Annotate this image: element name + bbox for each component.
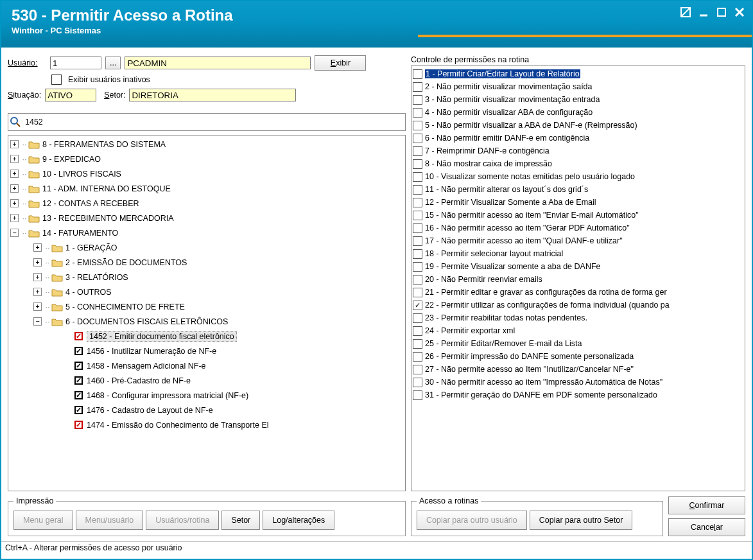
expand-icon[interactable]: +: [33, 302, 42, 311]
expand-icon[interactable]: +: [33, 258, 42, 267]
permission-item[interactable]: 4 - Não permitir visualizar ABA de confi…: [413, 106, 743, 119]
expand-icon[interactable]: +: [10, 170, 19, 178]
permission-item[interactable]: 12 - Permitir Visualizar Somente a Aba d…: [413, 196, 743, 209]
routine-checkbox[interactable]: ✓: [74, 362, 83, 370]
permission-item[interactable]: 15 - Não permitir acesso ao item "Enviar…: [413, 209, 743, 222]
permission-checkbox[interactable]: [413, 159, 422, 169]
user-lookup-button[interactable]: ...: [105, 57, 121, 69]
permission-item[interactable]: 16 - Não permitir acesso ao item "Gerar …: [413, 222, 743, 234]
permission-item[interactable]: 19 - Permite Visualizar somente a aba de…: [413, 260, 743, 273]
permission-item[interactable]: 20 - Não Permitir reenviar emails: [413, 273, 743, 286]
permission-item[interactable]: 8 - Não mostrar caixa de impressão: [413, 157, 743, 170]
routine-checkbox[interactable]: ✓: [74, 406, 83, 414]
permission-item[interactable]: 31 - Permitir geração do DANFE em PDF so…: [413, 389, 743, 401]
close-icon[interactable]: [734, 6, 745, 18]
permission-checkbox[interactable]: [413, 95, 422, 105]
tree-leaf[interactable]: ✓1452 - Emitir documento fiscal eletrôni…: [8, 329, 405, 344]
permission-checkbox[interactable]: [413, 121, 422, 130]
tree-folder[interactable]: +··11 - ADM. INTERNA DO ESTOQUE: [8, 181, 405, 196]
permission-item[interactable]: 2 - Não permitir visualizar movimentação…: [413, 80, 743, 93]
inactive-users-checkbox[interactable]: [51, 74, 62, 85]
permission-checkbox[interactable]: [413, 172, 422, 182]
permission-checkbox[interactable]: [413, 69, 422, 79]
search-input[interactable]: [22, 115, 405, 129]
tree-leaf[interactable]: ✓1476 - Cadastro de Layout de NF-e: [8, 403, 405, 417]
routine-checkbox[interactable]: ✓: [74, 421, 83, 429]
expand-icon[interactable]: +: [10, 214, 19, 222]
minimize-icon[interactable]: [698, 6, 709, 18]
tree-folder[interactable]: +··13 - RECEBIMENTO MERCADORIA: [8, 211, 405, 225]
permission-checkbox[interactable]: [413, 390, 422, 400]
expand-icon[interactable]: +: [10, 140, 19, 148]
permission-checkbox[interactable]: ✓: [413, 301, 422, 310]
permission-checkbox[interactable]: [413, 146, 422, 156]
tree-folder[interactable]: +··3 - RELATÓRIOS: [8, 270, 405, 284]
permission-checkbox[interactable]: [413, 275, 422, 284]
permission-checkbox[interactable]: [413, 198, 422, 207]
routine-checkbox[interactable]: ✓: [74, 391, 83, 399]
permission-item[interactable]: 24 - Permitir exportar xml: [413, 324, 743, 337]
permission-checkbox[interactable]: [413, 352, 422, 362]
routine-checkbox[interactable]: ✓: [74, 347, 83, 355]
tree-leaf[interactable]: ✓1458 - Mensagem Adicional NF-e: [8, 358, 405, 373]
expand-icon[interactable]: +: [10, 155, 19, 163]
permission-item[interactable]: 25 - Permitir Editar/Remover E-mail da L…: [413, 337, 743, 350]
tree-folder[interactable]: −··14 - FATURAMENTO: [8, 225, 405, 240]
tree-folder[interactable]: +··4 - OUTROS: [8, 284, 405, 299]
expand-icon[interactable]: +: [33, 288, 42, 296]
expand-icon[interactable]: +: [10, 199, 19, 207]
permission-item[interactable]: 11 - Não permitir alterar os layout´s do…: [413, 183, 743, 196]
routine-checkbox[interactable]: ✓: [74, 376, 83, 385]
tree-folder[interactable]: −··6 - DOCUMENTOS FISCAIS ELETRÔNICOS: [8, 314, 405, 329]
acesso-button[interactable]: Copiar para outro Setor: [530, 511, 633, 530]
tree-folder[interactable]: +··2 - EMISSÃO DE DOCUMENTOS: [8, 255, 405, 270]
impressao-button[interactable]: Log/alterações: [263, 511, 334, 530]
maximize-icon[interactable]: [716, 6, 727, 18]
tree-folder[interactable]: +··1 - GERAÇÃO: [8, 240, 405, 255]
permission-item[interactable]: 30 - Não permitir acesso ao item "Impres…: [413, 376, 743, 389]
permissions-list[interactable]: 1 - Permitir Criar/Editar Layout de Rela…: [411, 66, 745, 491]
permission-item[interactable]: 7 - Reimprimir DANF-e contigência: [413, 144, 743, 157]
permission-checkbox[interactable]: [413, 378, 422, 387]
permission-checkbox[interactable]: [413, 288, 422, 297]
permission-item[interactable]: 27 - Não permite acesso ao Item "Inutili…: [413, 363, 743, 376]
permission-checkbox[interactable]: [413, 82, 422, 92]
permission-item[interactable]: 5 - Não permitir visualizar a ABA de DAN…: [413, 119, 743, 132]
permission-checkbox[interactable]: [413, 236, 422, 246]
permission-checkbox[interactable]: [413, 108, 422, 118]
confirm-button[interactable]: Confirmar: [668, 496, 745, 514]
expand-icon[interactable]: +: [33, 273, 42, 281]
permission-item[interactable]: 6 - Não permitir emitir DANF-e em contig…: [413, 132, 743, 144]
permission-item[interactable]: 18 - Permitir selecionar layout matricia…: [413, 247, 743, 260]
permission-checkbox[interactable]: [413, 223, 422, 233]
expand-icon[interactable]: −: [10, 229, 19, 237]
cancel-button[interactable]: Cancelar: [668, 518, 745, 536]
expand-icon[interactable]: −: [33, 317, 42, 326]
tree-leaf[interactable]: ✓1456 - Inutilizar Numeração de NF-e: [8, 344, 405, 358]
permission-item[interactable]: ✓22 - Permitir utilizar as configurações…: [413, 299, 743, 311]
tree-folder[interactable]: +··8 - FERRAMENTAS DO SISTEMA: [8, 137, 405, 152]
permission-checkbox[interactable]: [413, 365, 422, 374]
tree-leaf[interactable]: ✓1460 - Pré-Cadastro de NF-e: [8, 373, 405, 388]
permission-checkbox[interactable]: [413, 249, 422, 259]
permission-item[interactable]: 1 - Permitir Criar/Editar Layout de Rela…: [413, 67, 743, 80]
permission-item[interactable]: 10 - Visualizar somente notas emitidas p…: [413, 170, 743, 183]
show-button[interactable]: EExibirxibir: [315, 55, 366, 71]
impressao-button[interactable]: Setor: [221, 511, 260, 530]
permission-item[interactable]: 3 - Não permitir visualizar movimentação…: [413, 93, 743, 106]
permission-item[interactable]: 26 - Permitir impressão do DANFE somente…: [413, 350, 743, 363]
permission-checkbox[interactable]: [413, 185, 422, 195]
permission-checkbox[interactable]: [413, 339, 422, 349]
routine-tree[interactable]: +··8 - FERRAMENTAS DO SISTEMA+··9 - EXPE…: [8, 135, 406, 491]
permission-checkbox[interactable]: [413, 326, 422, 336]
tree-leaf[interactable]: ✓1468 - Configurar impressora matricial …: [8, 388, 405, 403]
routine-checkbox[interactable]: ✓: [74, 332, 83, 340]
tree-folder[interactable]: +··12 - CONTAS A RECEBER: [8, 196, 405, 211]
expand-icon[interactable]: +: [10, 184, 19, 193]
tree-folder[interactable]: +··5 - CONHECIMENTO DE FRETE: [8, 299, 405, 314]
tree-leaf[interactable]: ✓1474 - Emissão do Conhecimento de Trans…: [8, 417, 405, 432]
permission-checkbox[interactable]: [413, 211, 422, 220]
tree-folder[interactable]: +··9 - EXPEDICAO: [8, 152, 405, 166]
permission-checkbox[interactable]: [413, 313, 422, 323]
help-icon[interactable]: [680, 6, 691, 18]
